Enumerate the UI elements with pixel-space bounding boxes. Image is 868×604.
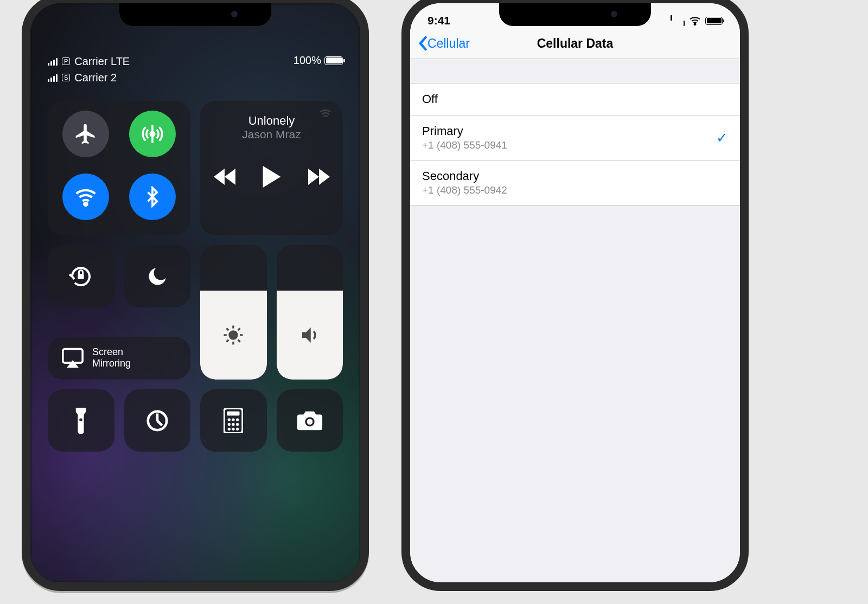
sim-tag-secondary: S: [62, 74, 70, 81]
calculator-icon: [224, 408, 243, 433]
svg-point-25: [228, 427, 231, 430]
airplay-audio-icon: [318, 110, 333, 125]
notch: [499, 2, 651, 26]
battery-icon: [705, 17, 723, 25]
airplane-mode-toggle[interactable]: [62, 111, 109, 157]
cellular-icon: [141, 123, 164, 145]
orientation-lock-tile[interactable]: [48, 245, 114, 307]
now-playing-tile[interactable]: Unlonely Jason Mraz: [200, 101, 343, 235]
brightness-slider[interactable]: [200, 245, 267, 380]
connectivity-tile[interactable]: [48, 101, 190, 235]
nav-bar: Cellular Cellular Data: [410, 27, 740, 59]
option-secondary-number: +1 (408) 555-0942: [422, 184, 507, 196]
option-off[interactable]: Off: [410, 83, 740, 115]
moon-icon: [146, 265, 169, 288]
signal-bars-icon: [48, 73, 58, 82]
svg-line-13: [238, 329, 240, 331]
control-center: P Carrier LTE S Carrier 2 100%: [30, 3, 360, 452]
previous-track-button[interactable]: [214, 168, 235, 186]
svg-line-12: [227, 340, 229, 342]
svg-point-22: [228, 423, 231, 426]
orientation-lock-icon: [68, 264, 94, 290]
svg-point-19: [228, 418, 231, 421]
svg-point-15: [79, 418, 82, 421]
volume-slider[interactable]: [277, 245, 343, 380]
svg-line-11: [238, 340, 240, 342]
next-track-button[interactable]: [308, 168, 330, 186]
timer-tile[interactable]: [124, 389, 191, 452]
wifi-icon: [73, 184, 98, 209]
phone-settings: 9:41 Cellular Cellular Data Off: [401, 0, 749, 591]
notch: [119, 2, 271, 26]
bluetooth-icon: [142, 186, 163, 208]
brightness-icon: [222, 324, 245, 346]
svg-point-5: [229, 331, 237, 339]
svg-point-27: [236, 427, 239, 430]
svg-rect-18: [227, 411, 240, 415]
svg-point-21: [236, 418, 239, 421]
option-off-label: Off: [422, 92, 438, 106]
svg-point-0: [150, 132, 155, 136]
svg-point-30: [694, 23, 696, 25]
signal-bars-icon: [48, 57, 58, 66]
phone-control-center: P Carrier LTE S Carrier 2 100%: [22, 0, 369, 591]
play-button[interactable]: [263, 166, 281, 188]
cc-status-bar: P Carrier LTE S Carrier 2 100%: [48, 53, 343, 86]
svg-rect-4: [78, 274, 84, 279]
screen-mirroring-label-1: Screen: [92, 346, 131, 358]
carrier-2-label: Carrier 2: [74, 69, 117, 86]
calculator-tile[interactable]: [200, 389, 267, 452]
page-title: Cellular Data: [537, 36, 614, 51]
cellular-data-toggle[interactable]: [129, 111, 176, 157]
airplay-icon: [61, 347, 85, 369]
dual-carriers: P Carrier LTE S Carrier 2: [48, 53, 130, 86]
battery-percent: 100%: [293, 54, 321, 67]
sim-tag-primary: P: [62, 57, 70, 65]
option-primary-number: +1 (408) 555-0941: [422, 139, 507, 151]
carrier-row-2: S Carrier 2: [48, 69, 130, 86]
chevron-left-icon: [418, 36, 427, 51]
svg-point-26: [232, 427, 235, 430]
screen-settings: 9:41 Cellular Cellular Data Off: [410, 3, 740, 582]
option-primary[interactable]: Primary +1 (408) 555-0941 ✓: [410, 115, 740, 160]
carrier-1-label: Carrier LTE: [74, 53, 130, 69]
battery-status: 100%: [293, 53, 343, 67]
option-secondary-label: Secondary: [422, 169, 507, 183]
now-playing-artist: Jason Mraz: [242, 128, 301, 141]
do-not-disturb-tile[interactable]: [124, 245, 191, 307]
wifi-toggle[interactable]: [62, 174, 109, 220]
options-group: Off Primary +1 (408) 555-0941 ✓ Secondar…: [410, 83, 740, 205]
svg-point-29: [307, 419, 312, 425]
flashlight-tile[interactable]: [48, 389, 114, 452]
dual-signal-icon: [671, 15, 685, 26]
carrier-row-1: P Carrier LTE: [48, 53, 130, 69]
camera-icon: [296, 410, 323, 432]
svg-point-20: [232, 418, 235, 421]
svg-point-3: [84, 203, 87, 205]
screen-mirroring-label-2: Mirroring: [92, 358, 131, 370]
timer-icon: [145, 408, 170, 433]
svg-line-10: [227, 329, 229, 331]
option-primary-label: Primary: [422, 124, 507, 138]
bluetooth-toggle[interactable]: [129, 174, 176, 220]
svg-point-24: [236, 423, 239, 426]
back-button[interactable]: Cellular: [418, 36, 470, 51]
screen-mirroring-tile[interactable]: Screen Mirroring: [48, 337, 190, 380]
svg-point-23: [232, 423, 235, 426]
camera-tile[interactable]: [277, 389, 343, 452]
status-time: 9:41: [427, 14, 450, 27]
option-secondary[interactable]: Secondary +1 (408) 555-0942: [410, 160, 740, 205]
volume-icon: [298, 324, 321, 346]
screen-cc: P Carrier LTE S Carrier 2 100%: [30, 3, 360, 582]
now-playing-track: Unlonely: [248, 114, 295, 128]
flashlight-icon: [73, 408, 88, 434]
checkmark-icon: ✓: [716, 130, 728, 146]
battery-icon: [324, 56, 343, 65]
cc-grid: Unlonely Jason Mraz: [48, 101, 343, 452]
wifi-icon: [689, 16, 701, 25]
back-label: Cellular: [427, 36, 470, 51]
airplane-icon: [74, 122, 98, 146]
